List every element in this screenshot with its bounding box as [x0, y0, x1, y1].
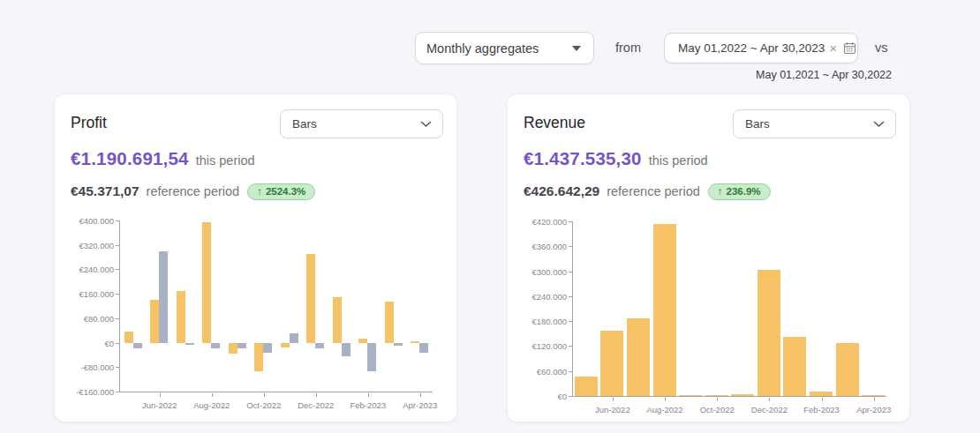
- y-axis-tick-mark: [569, 321, 572, 322]
- bar-this-period-Jul-2022: [177, 291, 185, 343]
- bar-reference-period-Jan-2023: [342, 343, 351, 356]
- y-axis-tick-mark: [569, 246, 572, 247]
- bar-reference-period-Sep-2022: [237, 343, 246, 348]
- card-title: Revenue: [524, 114, 585, 132]
- caret-down-icon: [572, 46, 581, 51]
- y-axis-tick-mark: [116, 220, 119, 221]
- reference-period-row: €45.371,07 reference period ↑ 2524.3%: [71, 182, 315, 201]
- y-axis-tick-mark: [569, 371, 572, 372]
- y-axis-tick-mark: [569, 296, 572, 297]
- bar-this-period-Apr-2023: [862, 395, 885, 396]
- bar-this-period-Aug-2022: [653, 224, 676, 396]
- y-axis-tick-mark: [569, 221, 572, 222]
- bar-this-period-Jul-2022: [627, 318, 650, 396]
- bar-this-period-Jun-2022: [600, 331, 623, 396]
- bar-this-period-Oct-2022: [254, 343, 263, 372]
- dashboard-page: Monthly aggregates from May 01,2022 ~ Ap…: [0, 0, 980, 433]
- bar-reference-period-Aug-2022: [211, 343, 220, 348]
- reference-period-row: €426.642,29 reference period ↑ 236.9%: [524, 182, 771, 201]
- bar-this-period-Jan-2023: [333, 297, 342, 343]
- y-axis-tick-label: €300.000: [508, 267, 567, 277]
- chevron-down-icon: [420, 121, 432, 128]
- chart-type-select[interactable]: Bars: [280, 109, 443, 138]
- y-axis-tick-label: €320.000: [55, 241, 114, 250]
- y-axis-tick-mark: [116, 294, 119, 295]
- bar-this-period-Mar-2023: [385, 302, 394, 343]
- bar-this-period-Apr-2023: [411, 341, 419, 343]
- this-period-label: this period: [196, 153, 255, 168]
- bar-reference-period-Mar-2023: [394, 343, 403, 347]
- revenue-card: Revenue Bars €1.437.535,30 this period €…: [508, 94, 909, 422]
- bar-this-period-May-2022: [575, 377, 598, 396]
- bar-this-period-Jan-2023: [783, 337, 806, 396]
- chevron-down-icon: [873, 121, 885, 128]
- x-axis-tick-label: Apr-2023: [389, 400, 451, 410]
- bar-this-period-Feb-2023: [358, 339, 367, 342]
- y-axis-tick-mark: [116, 367, 119, 368]
- arrow-up-icon: ↑: [718, 186, 723, 197]
- y-axis-tick-label: €0: [55, 339, 114, 348]
- bar-reference-period-Feb-2023: [367, 343, 376, 371]
- y-axis-tick-mark: [569, 272, 572, 272]
- y-axis-tick-mark: [116, 392, 119, 392]
- calendar-icon[interactable]: [843, 41, 856, 55]
- x-axis-tick-mark: [212, 393, 213, 397]
- this-period-row: €1.190.691,54 this period: [71, 148, 255, 169]
- bar-this-period-Jun-2022: [150, 300, 159, 343]
- reference-period-label: reference period: [147, 184, 240, 198]
- bar-reference-period-Jun-2022: [159, 251, 168, 343]
- card-title: Profit: [71, 114, 107, 132]
- bar-reference-period-Jul-2022: [185, 343, 194, 346]
- aggregate-period-select[interactable]: Monthly aggregates: [415, 32, 594, 64]
- bar-reference-period-Dec-2022: [315, 343, 324, 348]
- this-period-value: €1.437.535,30: [524, 148, 642, 169]
- bar-this-period-Sep-2022: [229, 343, 237, 354]
- profit-plot-area: [119, 220, 433, 392]
- y-axis-tick-label: €0: [508, 392, 567, 401]
- this-period-value: €1.190.691,54: [71, 148, 189, 169]
- y-axis-tick-mark: [116, 245, 119, 246]
- x-axis-tick-mark: [769, 398, 770, 401]
- y-axis-tick-label: €360.000: [508, 242, 567, 251]
- bar-this-period-Sep-2022: [679, 395, 702, 396]
- arrow-up-icon: ↑: [257, 186, 262, 197]
- reference-period-label: reference period: [607, 184, 700, 198]
- this-period-row: €1.437.535,30 this period: [524, 148, 708, 169]
- y-axis-tick-label: €80.000: [55, 314, 114, 324]
- x-axis-tick-mark: [160, 393, 161, 397]
- bar-reference-period-Oct-2022: [263, 343, 272, 353]
- x-axis-tick-label: Apr-2023: [843, 405, 905, 414]
- chart-type-value: Bars: [292, 117, 420, 131]
- x-axis-tick-mark: [822, 398, 823, 401]
- y-axis-tick-label: €180.000: [508, 317, 567, 326]
- x-axis-tick-mark: [717, 398, 718, 401]
- change-percent: 236.9%: [727, 186, 761, 197]
- y-axis-tick-label: €420.000: [508, 217, 567, 227]
- chart-type-select[interactable]: Bars: [733, 109, 896, 138]
- y-axis-tick-mark: [569, 396, 572, 397]
- vs-label: vs: [875, 41, 888, 55]
- y-axis-tick-label: -€80.000: [55, 362, 114, 372]
- x-axis-tick-mark: [665, 398, 666, 401]
- bar-reference-period-May-2022: [133, 343, 142, 348]
- change-badge: ↑ 2524.3%: [247, 183, 315, 200]
- x-axis-tick-mark: [264, 393, 265, 397]
- y-axis-tick-mark: [116, 269, 119, 270]
- y-axis-tick-label: €240.000: [55, 265, 114, 274]
- bar-this-period-Feb-2023: [810, 392, 833, 396]
- from-label: from: [615, 41, 641, 55]
- bar-this-period-Aug-2022: [202, 222, 211, 343]
- change-percent: 2524.3%: [266, 186, 305, 197]
- x-axis-tick-mark: [613, 398, 614, 401]
- x-axis-tick-mark: [420, 393, 421, 397]
- x-axis-tick-mark: [368, 393, 369, 397]
- date-range-picker[interactable]: May 01,2022 ~ Apr 30,2023 ×: [664, 33, 858, 63]
- bar-this-period-Nov-2022: [281, 343, 290, 347]
- reference-period-value: €45.371,07: [71, 183, 139, 199]
- profit-card: Profit Bars €1.190.691,54 this period €4…: [55, 94, 456, 422]
- y-axis-tick-mark: [569, 346, 572, 347]
- bar-this-period-Dec-2022: [306, 254, 315, 342]
- bar-reference-period-Apr-2023: [419, 343, 428, 354]
- y-axis-tick-label: -€160.000: [55, 387, 114, 397]
- clear-date-icon[interactable]: ×: [825, 41, 841, 55]
